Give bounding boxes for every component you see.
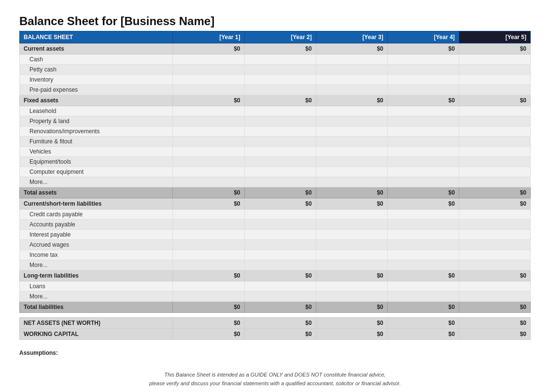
row-value — [316, 106, 387, 116]
table-row: Leasehold — [20, 106, 531, 116]
row-value — [173, 85, 244, 95]
table-row: Furniture & fitout — [20, 137, 531, 147]
row-value: $0 — [173, 95, 244, 106]
row-value — [316, 240, 387, 250]
row-value — [387, 260, 459, 270]
row-value — [173, 167, 244, 177]
header-year5: [Year 5] — [459, 31, 530, 43]
row-label: Leasehold — [20, 106, 173, 116]
row-value — [244, 281, 316, 292]
disclaimer: This Balance Sheet is intended as a GUID… — [19, 371, 531, 388]
row-value — [459, 55, 530, 65]
table-row: Cash — [20, 55, 531, 65]
row-value: $0 — [173, 43, 244, 55]
row-label: Property & land — [20, 116, 173, 126]
table-row: More... — [20, 177, 531, 187]
row-value — [173, 55, 244, 65]
row-value: $0 — [459, 329, 530, 340]
row-value — [387, 147, 459, 157]
row-label: Petty cash — [20, 65, 173, 75]
header-label: BALANCE SHEET — [20, 31, 173, 43]
row-value — [244, 250, 316, 260]
row-value — [459, 116, 530, 126]
row-value: $0 — [387, 318, 459, 329]
row-value — [244, 75, 316, 85]
row-value — [387, 137, 459, 147]
row-value — [387, 210, 459, 220]
row-value — [316, 75, 387, 85]
row-label: Current/short-term liabilities — [20, 198, 173, 210]
row-value — [244, 260, 316, 270]
row-value — [459, 157, 530, 167]
row-value: $0 — [316, 318, 387, 329]
row-value: $0 — [387, 187, 459, 198]
row-label: Total assets — [20, 187, 173, 198]
row-value — [244, 220, 316, 230]
table-row: Current/short-term liabilities$0$0$0$0$0 — [20, 198, 531, 210]
row-value — [173, 281, 244, 292]
row-value — [387, 292, 459, 302]
table-row: Accounts payable — [20, 220, 531, 230]
row-value — [173, 292, 244, 302]
row-value — [316, 220, 387, 230]
row-value: $0 — [387, 329, 459, 340]
row-label: Computer equipment — [20, 167, 173, 177]
row-value — [459, 250, 530, 260]
row-value — [244, 167, 316, 177]
row-value: $0 — [459, 43, 530, 55]
row-value — [173, 147, 244, 157]
row-value — [173, 240, 244, 250]
row-label: Renovations/improvements — [20, 126, 173, 137]
row-label: Interest payable — [20, 230, 173, 240]
row-value — [459, 260, 530, 270]
header-year4: [Year 4] — [387, 31, 459, 43]
row-value — [244, 116, 316, 126]
row-value: $0 — [244, 198, 316, 210]
row-value — [316, 126, 387, 137]
table-row: Current assets$0$0$0$0$0 — [20, 43, 531, 55]
row-value — [316, 281, 387, 292]
row-label: Accounts payable — [20, 220, 173, 230]
row-value — [387, 55, 459, 65]
row-value — [173, 106, 244, 116]
row-value: $0 — [316, 198, 387, 210]
row-value: $0 — [173, 270, 244, 281]
row-label: More... — [20, 260, 173, 270]
row-value — [387, 281, 459, 292]
row-label: Inventory — [20, 75, 173, 85]
row-value: $0 — [173, 302, 244, 313]
row-value — [387, 167, 459, 177]
row-value: $0 — [387, 270, 459, 281]
row-label: Furniture & fitout — [20, 137, 173, 147]
row-value — [316, 85, 387, 95]
row-value — [244, 292, 316, 302]
row-value: $0 — [244, 329, 316, 340]
row-value — [244, 106, 316, 116]
row-label: Pre-paid expenses — [20, 85, 173, 95]
row-value: $0 — [387, 43, 459, 55]
row-value: $0 — [316, 329, 387, 340]
table-row: Long-term liabilities$0$0$0$0$0 — [20, 270, 531, 281]
row-value — [459, 292, 530, 302]
row-value — [244, 157, 316, 167]
row-value — [316, 55, 387, 65]
row-value — [387, 220, 459, 230]
row-value — [244, 240, 316, 250]
row-value — [387, 230, 459, 240]
row-value — [316, 250, 387, 260]
row-value — [244, 55, 316, 65]
row-label: Vehicles — [20, 147, 173, 157]
row-value: $0 — [459, 270, 530, 281]
row-value — [173, 260, 244, 270]
table-row: Credit cards payable — [20, 210, 531, 220]
row-value — [173, 157, 244, 167]
row-value — [459, 177, 530, 187]
row-value — [173, 177, 244, 187]
row-value — [459, 75, 530, 85]
table-row: WORKING CAPITAL$0$0$0$0$0 — [20, 329, 531, 340]
row-value: $0 — [244, 318, 316, 329]
row-value — [387, 106, 459, 116]
row-value: $0 — [316, 187, 387, 198]
row-value — [173, 230, 244, 240]
row-value: $0 — [244, 270, 316, 281]
